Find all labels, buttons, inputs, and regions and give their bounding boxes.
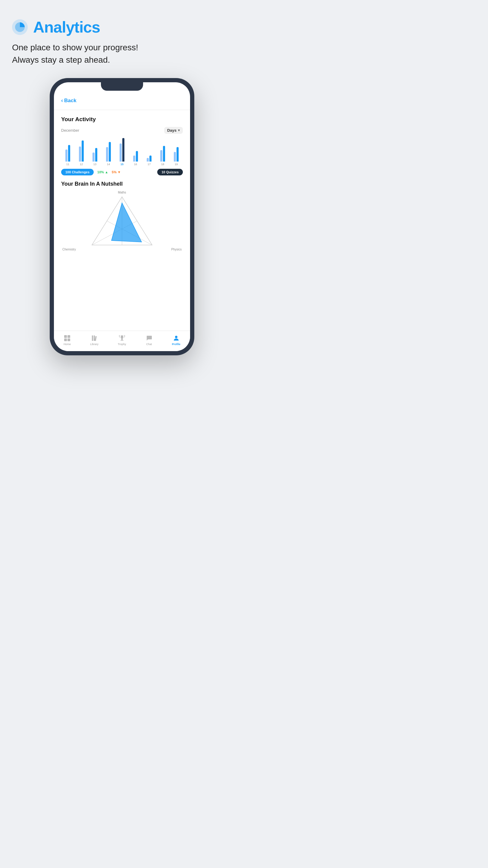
nav-label-chat: Chat (146, 343, 152, 346)
activity-title: Your Activity (61, 116, 183, 123)
chat-icon (145, 335, 153, 342)
bar (133, 156, 135, 161)
month-label: December (61, 128, 79, 133)
page-title: Analytics (33, 18, 100, 36)
svg-rect-13 (121, 339, 123, 340)
bar (79, 147, 81, 161)
bar-label: 17 (148, 163, 151, 166)
back-button[interactable]: ‹ Back (61, 97, 183, 104)
nav-item-profile[interactable]: Profile (172, 335, 181, 346)
bar (82, 141, 84, 161)
bar-chart: 11 12 (61, 138, 183, 166)
bar-group-14: 14 (103, 137, 114, 166)
nav-label-profile: Profile (172, 343, 181, 346)
bar (65, 150, 67, 161)
page-wrapper: Analytics One place to show your progres… (0, 0, 244, 434)
label-physics: Physics (171, 248, 182, 251)
home-icon (64, 335, 71, 342)
quizzes-badge: 10 Quizzes (157, 169, 183, 176)
bar-group-15: 15 (117, 137, 127, 166)
phone-mockup: ‹ Back Your Activity December Days ▾ (12, 78, 232, 355)
challenges-badge: 100 Challenges (61, 169, 94, 176)
library-icon (91, 335, 98, 342)
bar (106, 147, 108, 161)
bar-group-11: 11 (62, 137, 73, 166)
arrow-up-icon: ▲ (105, 170, 108, 174)
bar (95, 148, 97, 161)
bottom-nav: Home Library (54, 331, 190, 351)
svg-rect-10 (92, 336, 93, 341)
chevron-down-icon: ▾ (178, 128, 180, 132)
bar-group-19: 19 (171, 137, 182, 166)
svg-rect-9 (67, 338, 70, 341)
bar-label: 16 (134, 163, 137, 166)
bar-group-17: 17 (144, 137, 155, 166)
bar-label: 12 (80, 163, 83, 166)
nav-item-home[interactable]: Home (64, 335, 71, 346)
svg-rect-7 (67, 335, 70, 338)
bar (93, 153, 95, 161)
bar (120, 144, 122, 161)
header: Analytics (12, 18, 232, 36)
bar-group-18: 18 (157, 137, 168, 166)
page-subtitle: One place to show your progress! Always … (12, 41, 232, 66)
radar-svg (89, 194, 155, 248)
percent-up: 10% ▲ (97, 170, 108, 174)
profile-icon (173, 335, 180, 342)
phone-outer: ‹ Back Your Activity December Days ▾ (50, 78, 194, 355)
activity-header: December Days ▾ (61, 127, 183, 134)
back-chevron-icon: ‹ (61, 97, 63, 104)
bar-label: 18 (161, 163, 164, 166)
nav-label-home: Home (64, 343, 71, 346)
svg-rect-8 (64, 338, 67, 341)
svg-rect-12 (95, 336, 97, 341)
svg-rect-14 (121, 340, 124, 341)
bar (176, 147, 178, 161)
back-label: Back (64, 98, 76, 104)
svg-point-15 (175, 336, 177, 338)
nav-label-trophy: Trophy (118, 343, 126, 346)
stats-row: 100 Challenges 10% ▲ 5% ▼ 10 Quizzes (61, 169, 183, 176)
bar (163, 146, 165, 161)
percent-down: 5% ▼ (112, 170, 121, 174)
bar-label: 19 (175, 163, 178, 166)
bar-label: 11 (66, 163, 69, 166)
analytics-pie-icon (12, 19, 28, 35)
bar (174, 152, 176, 161)
bar (136, 151, 138, 161)
days-selector[interactable]: Days ▾ (164, 127, 183, 134)
bar (122, 138, 124, 161)
bar-group-12: 12 (76, 137, 87, 166)
bar-group-16: 16 (130, 137, 141, 166)
nav-label-library: Library (90, 343, 98, 346)
bar-group-13: 13 (90, 137, 100, 166)
label-maths: Maths (118, 191, 126, 194)
svg-rect-6 (64, 335, 67, 338)
trophy-icon (119, 335, 126, 342)
phone-notch (101, 82, 143, 91)
svg-marker-5 (111, 203, 141, 242)
arrow-down-icon: ▼ (118, 170, 121, 174)
bar (150, 156, 152, 161)
bar (109, 142, 111, 161)
bar (160, 150, 162, 161)
svg-rect-11 (94, 336, 95, 341)
label-chemistry: Chemistry (62, 248, 76, 251)
triangle-chart: Maths Chemistry Physics (59, 191, 185, 251)
bar-label: 13 (93, 163, 96, 166)
screen-content: ‹ Back Your Activity December Days ▾ (54, 82, 190, 331)
bar-label-active: 15 (121, 163, 124, 166)
nav-item-trophy[interactable]: Trophy (118, 335, 126, 346)
bar (68, 145, 70, 161)
nav-item-library[interactable]: Library (90, 335, 98, 346)
bar (147, 158, 149, 161)
nav-item-chat[interactable]: Chat (145, 335, 153, 346)
brain-title: Your Brain In A Nutshell (61, 181, 183, 187)
bar-label: 14 (107, 163, 110, 166)
phone-screen: ‹ Back Your Activity December Days ▾ (54, 82, 190, 351)
